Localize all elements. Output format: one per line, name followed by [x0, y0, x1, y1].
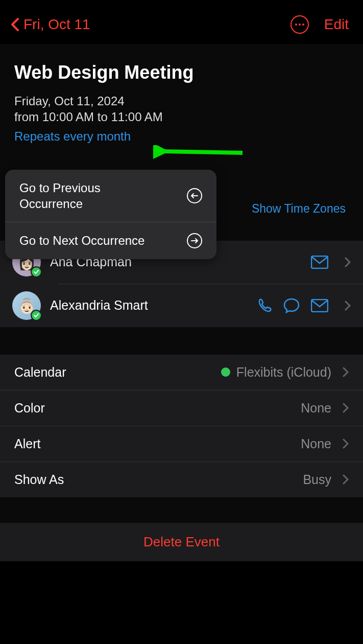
avatar: 👵🏻: [12, 291, 41, 320]
ellipsis-icon: [295, 24, 304, 26]
setting-label: Calendar: [14, 365, 66, 380]
setting-label: Show As: [14, 472, 64, 487]
chevron-left-icon: [10, 17, 19, 32]
chevron-right-icon: [345, 301, 351, 311]
arrow-left-circle-icon: [187, 188, 202, 203]
mail-icon[interactable]: [311, 256, 328, 269]
setting-label: Alert: [14, 436, 40, 451]
edit-button[interactable]: Edit: [324, 16, 349, 33]
back-label: Fri, Oct 11: [23, 16, 90, 33]
more-button[interactable]: [291, 15, 309, 34]
setting-value: None: [301, 401, 331, 416]
svg-line-1: [161, 151, 243, 153]
message-icon[interactable]: [283, 298, 300, 313]
mail-icon[interactable]: [311, 299, 328, 312]
color-row[interactable]: Color None: [0, 390, 363, 426]
alert-row[interactable]: Alert None: [0, 426, 363, 462]
invitee-row[interactable]: 👵🏻 Alexandria Smart: [0, 284, 363, 327]
setting-label: Color: [14, 401, 45, 416]
chevron-right-icon: [343, 474, 349, 485]
arrow-right-circle-icon: [187, 233, 202, 248]
menu-item-label: Go to Next Occurrence: [19, 233, 144, 248]
menu-item-label: Go to Previous Occurrence: [19, 180, 162, 212]
next-occurrence-button[interactable]: Go to Next Occurrence: [5, 222, 216, 259]
phone-icon[interactable]: [257, 298, 272, 313]
setting-value: Busy: [303, 472, 331, 487]
annotation-arrow-icon: [153, 145, 245, 160]
delete-button[interactable]: Delete Event: [11, 534, 352, 550]
settings-section: Calendar Flexibits (iCloud) Color None A…: [0, 355, 363, 497]
event-date: Friday, Oct 11, 2024: [0, 93, 363, 110]
chevron-right-icon: [343, 439, 349, 449]
repeats-link[interactable]: Repeats every month: [0, 124, 363, 144]
event-title: Web Design Meeting: [0, 49, 363, 93]
show-timezones-link[interactable]: Show Time Zones: [252, 202, 346, 216]
event-time: from 10:00 AM to 11:00 AM: [0, 110, 363, 124]
calendar-row[interactable]: Calendar Flexibits (iCloud): [0, 355, 363, 390]
prev-occurrence-button[interactable]: Go to Previous Occurrence: [5, 170, 216, 222]
chevron-right-icon: [345, 257, 351, 267]
check-icon: [31, 310, 42, 321]
delete-section: Delete Event: [0, 523, 363, 561]
setting-value: None: [301, 436, 331, 451]
chevron-right-icon: [343, 367, 349, 377]
chevron-right-icon: [343, 403, 349, 413]
setting-value: Flexibits (iCloud): [236, 365, 331, 380]
occurrence-popup: Go to Previous Occurrence Go to Next Occ…: [5, 170, 216, 259]
showas-row[interactable]: Show As Busy: [0, 462, 363, 497]
back-button[interactable]: Fri, Oct 11: [10, 16, 90, 33]
invitee-name: Alexandria Smart: [50, 298, 248, 313]
header-bar: Fri, Oct 11 Edit: [0, 0, 363, 44]
calendar-color-dot: [221, 367, 230, 377]
check-icon: [31, 266, 42, 278]
